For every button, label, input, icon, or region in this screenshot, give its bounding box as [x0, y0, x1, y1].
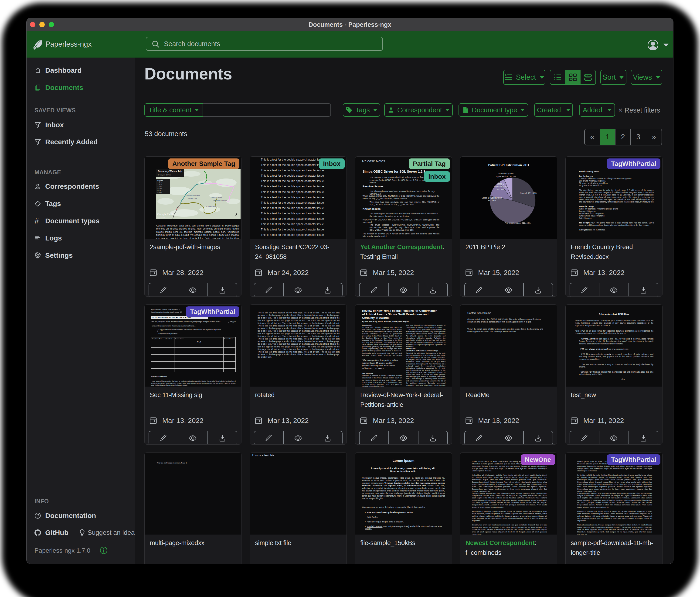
svg-text:Legend: Legend	[157, 180, 163, 182]
svg-text:Isolated Systolic: Isolated Systolic	[498, 172, 514, 175]
svg-text:Stage 1 Hypertension,: Stage 1 Hypertension,	[481, 197, 502, 199]
svg-text:Normal, 151, 30%: Normal, 151, 30%	[520, 192, 537, 194]
svg-text:Boundary Waters Trip: Boundary Waters Trip	[158, 170, 182, 173]
svg-text:Half Day Island: Half Day Island	[211, 197, 222, 199]
svg-text:◇ Day3: ◇ Day3	[157, 186, 162, 187]
svg-text:Pre-hypertension, 212, 42%: Pre-hypertension, 212, 42%	[505, 222, 531, 224]
svg-text:◇ Day1: ◇ Day1	[157, 182, 162, 184]
svg-text:© 2021 Google: © 2021 Google	[157, 217, 165, 218]
svg-text:Washington Island: Washington Island	[213, 199, 227, 201]
svg-text:Hypertension, 31, 6%: Hypertension, 31, 6%	[496, 175, 516, 177]
svg-text:◇ Day2: ◇ Day2	[157, 184, 162, 186]
svg-text:Castle Island: Castle Island	[206, 206, 216, 207]
svg-text:◇ Day5: ◇ Day5	[157, 190, 162, 191]
svg-text:Garden Lake: Garden Lake	[188, 198, 197, 199]
svg-text:Stage 2: Stage 2	[497, 183, 504, 185]
svg-text:Google Earth: Google Earth	[157, 213, 174, 216]
svg-text:New Found Island: New Found Island	[186, 195, 200, 196]
svg-text:6+ days in BWCA: 6+ days in BWCA	[158, 174, 171, 176]
svg-text:◇ Day6: ◇ Day6	[157, 192, 162, 193]
svg-text:Hypertension,: Hypertension,	[494, 186, 507, 188]
svg-text:◇ Day4: ◇ Day4	[157, 188, 162, 189]
svg-text:65, 13%: 65, 13%	[488, 199, 496, 202]
svg-text:44, 9%: 44, 9%	[497, 188, 504, 191]
